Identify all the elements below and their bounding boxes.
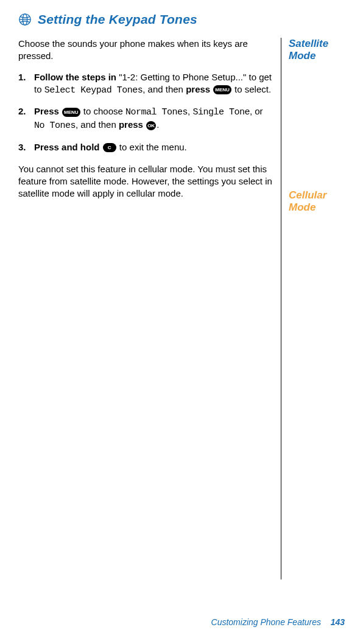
main-column: Choose the sounds your phone makes when … [18, 38, 281, 200]
step-2-lcd2: Single Tone [192, 107, 250, 117]
sidebar-column: Satellite Mode Cellular Mode [281, 38, 345, 214]
step-2: Press MENU to choose Normal Tones, Singl… [34, 105, 273, 133]
intro-text: Choose the sounds your phone makes when … [18, 38, 273, 63]
step-1-text2: , and then [143, 84, 186, 94]
step-1-lead: Follow the steps in [34, 72, 116, 82]
step-1-lcd: Select Keypad Tones [44, 85, 143, 96]
heading-row: Setting the Keypad Tones [18, 12, 345, 27]
footer-chapter: Customizing Phone Features [211, 617, 322, 627]
c-key-icon: C [103, 143, 116, 152]
globe-icon [18, 13, 32, 26]
menu-key-icon: MENU [62, 108, 80, 117]
step-2-bold2: press [119, 119, 143, 130]
cellular-mode-label: Cellular Mode [289, 189, 345, 214]
step-1: Follow the steps in "1-2: Getting to Pho… [34, 71, 273, 97]
page: Setting the Keypad Tones Choose the soun… [0, 0, 363, 644]
body-area: Choose the sounds your phone makes when … [18, 38, 345, 579]
step-2-lead: Press [34, 106, 59, 116]
menu-key-icon: MENU [213, 85, 231, 94]
step-2-text1: to choose [81, 106, 125, 116]
step-3: Press and hold C to exit the menu. [34, 141, 273, 153]
step-2-sep2: , or [250, 106, 263, 116]
step-3-lead: Press and hold [34, 142, 100, 152]
step-2-lcd3: No Tones [34, 121, 76, 131]
steps-list: Follow the steps in "1-2: Getting to Pho… [18, 71, 273, 153]
footer-page-number: 143 [331, 617, 345, 627]
page-footer: Customizing Phone Features 143 [0, 617, 345, 627]
step-3-tail: to exit the menu. [117, 142, 187, 152]
ok-key-icon: OK [146, 121, 156, 130]
step-1-bold2: press [186, 84, 210, 94]
section-heading: Setting the Keypad Tones [38, 12, 197, 27]
step-2-text2: , and then [76, 119, 119, 130]
step-2-tail: . [157, 119, 159, 130]
step-1-tail: to select. [232, 84, 271, 94]
step-2-lcd1: Normal Tones [125, 107, 188, 117]
cellular-paragraph: You cannot set this feature in cellular … [18, 163, 273, 200]
satellite-mode-label: Satellite Mode [289, 38, 345, 63]
